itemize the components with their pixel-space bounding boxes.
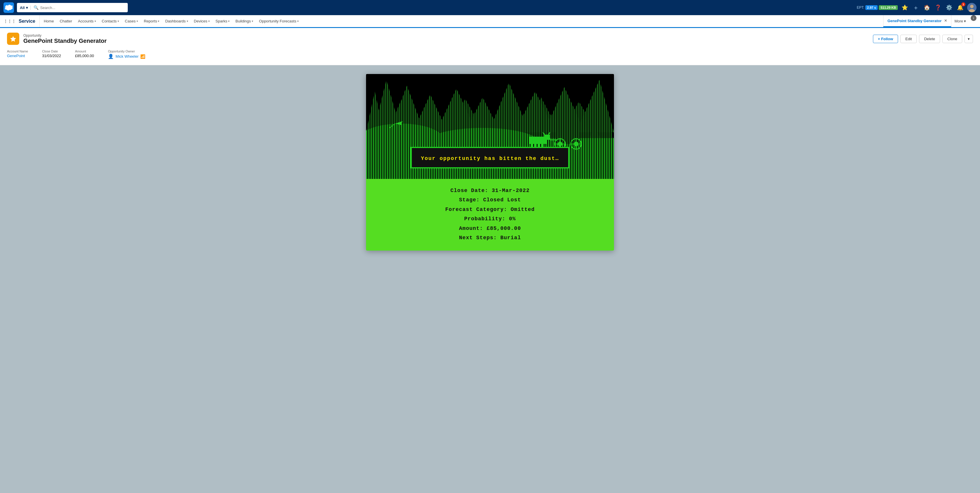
- nav-sparks[interactable]: Sparks ▾: [213, 15, 232, 27]
- owner-avatar-icon: 👤: [108, 54, 114, 59]
- search-magnifier-icon: 🔍: [33, 5, 38, 10]
- account-name-field: Account Name GenePoint: [7, 49, 28, 59]
- follow-button[interactable]: + Follow: [873, 35, 898, 43]
- nav-cases[interactable]: Cases ▾: [122, 15, 141, 27]
- account-name-label: Account Name: [7, 49, 28, 53]
- nav-chatter[interactable]: Chatter: [57, 15, 75, 27]
- close-date-label: Close Date: [42, 49, 61, 53]
- svg-point-33: [555, 127, 579, 138]
- owner-field: Opportunity Owner 👤 Mick Wheeler 📶: [108, 49, 145, 59]
- opp-header-actions: + Follow Edit Delete Clone ▾: [873, 35, 973, 43]
- delete-button[interactable]: Delete: [919, 35, 940, 43]
- buildings-chevron-icon: ▾: [252, 19, 253, 23]
- cases-chevron-icon: ▾: [137, 19, 138, 23]
- add-icon[interactable]: ＋: [912, 3, 920, 12]
- grid-icon[interactable]: ⋮⋮⋮: [3, 19, 16, 24]
- opp-type-label: Opportunity: [23, 33, 107, 38]
- nav-buildings-label: Buildings: [235, 19, 251, 23]
- game-container: Your opportunity has bitten the dust… Cl…: [366, 74, 614, 250]
- amount-label: Amount: [75, 49, 94, 53]
- avatar[interactable]: [967, 3, 977, 12]
- nav-contacts[interactable]: Contacts ▾: [99, 15, 122, 27]
- search-bar[interactable]: All ▾ 🔍: [17, 3, 128, 12]
- tab-genepoint[interactable]: GenePoint Standby Generator ✕: [883, 15, 951, 27]
- more-label: More: [955, 19, 963, 23]
- close-date-info: Close Date: 31-Mar-2022: [372, 186, 608, 195]
- opportunity-icon: [7, 33, 19, 45]
- nav-opportunity-forecasts-label: Opportunity Forecasts: [259, 19, 296, 23]
- notification-badge: 1: [961, 2, 966, 6]
- game-info-section: Close Date: 31-Mar-2022 Stage: Closed Lo…: [366, 179, 614, 250]
- svg-text:Your opportunity has bitten th: Your opportunity has bitten the dust…: [421, 155, 559, 162]
- nav-chatter-label: Chatter: [60, 19, 72, 23]
- opp-type-row: Opportunity GenePoint Standby Generator …: [7, 33, 973, 45]
- nav-opportunity-forecasts[interactable]: Opportunity Forecasts ▾: [256, 15, 302, 27]
- accounts-chevron-icon: ▾: [94, 19, 96, 23]
- contacts-chevron-icon: ▾: [118, 19, 119, 23]
- opp-type-info: Opportunity GenePoint Standby Generator: [23, 33, 107, 44]
- search-input[interactable]: [40, 6, 125, 10]
- sparks-chevron-icon: ▾: [228, 19, 229, 23]
- owner-label: Opportunity Owner: [108, 49, 145, 53]
- star-icon[interactable]: ⭐: [900, 3, 909, 12]
- ept-kb: 511.29 KB: [879, 5, 898, 10]
- more-chevron-icon: ▾: [964, 19, 966, 23]
- nav-bar: ⋮⋮⋮ Service Home Chatter Accounts ▾ Cont…: [0, 15, 980, 28]
- amount-field: Amount £85,000.00: [75, 49, 94, 59]
- close-date-value: 31/03/2022: [42, 54, 61, 58]
- dashboards-chevron-icon: ▾: [187, 19, 188, 23]
- close-date-field: Close Date 31/03/2022: [42, 49, 61, 59]
- edit-button[interactable]: Edit: [900, 35, 917, 43]
- game-svg: Your opportunity has bitten the dust…: [366, 74, 614, 179]
- nav-devices[interactable]: Devices ▾: [191, 15, 213, 27]
- help-icon[interactable]: ❓: [934, 3, 942, 12]
- info-icon[interactable]: i: [970, 15, 977, 21]
- svg-rect-43: [544, 135, 550, 140]
- owner-value[interactable]: Mick Wheeler: [116, 54, 138, 59]
- clone-button[interactable]: Clone: [942, 35, 962, 43]
- amount-info: Amount: £85,000.00: [372, 224, 608, 233]
- nav-dashboards[interactable]: Dashboards ▾: [162, 15, 191, 27]
- ept-label: EPT:: [857, 6, 864, 10]
- svg-marker-3: [10, 36, 16, 42]
- next-steps-info: Next Steps: Burial: [372, 233, 608, 243]
- tab-bar: GenePoint Standby Generator ✕ More ▾ i: [883, 15, 977, 27]
- ept-badge: EPT: 2.97 s 511.29 KB: [857, 5, 898, 10]
- forecast-info: Forecast Category: Omitted: [372, 205, 608, 214]
- nav-contacts-label: Contacts: [102, 19, 117, 23]
- salesforce-logo[interactable]: [3, 2, 14, 13]
- nav-accounts-label: Accounts: [78, 19, 93, 23]
- search-dropdown-label: All: [20, 6, 25, 10]
- nav-reports-label: Reports: [144, 19, 157, 23]
- tab-close-icon[interactable]: ✕: [944, 19, 947, 23]
- svg-point-1: [970, 5, 974, 8]
- nav-devices-label: Devices: [194, 19, 207, 23]
- nav-dashboards-label: Dashboards: [165, 19, 186, 23]
- ept-time: 2.97 s: [865, 5, 878, 10]
- settings-icon[interactable]: ⚙️: [945, 3, 953, 12]
- opp-forecasts-chevron-icon: ▾: [297, 19, 299, 23]
- nav-cases-label: Cases: [125, 19, 135, 23]
- home-utility-icon[interactable]: 🏠: [923, 3, 931, 12]
- main-content: Your opportunity has bitten the dust… Cl…: [0, 65, 980, 493]
- tab-active-label: GenePoint Standby Generator: [888, 19, 942, 23]
- fields-row: Account Name GenePoint Close Date 31/03/…: [7, 49, 973, 59]
- app-name: ⋮⋮⋮ Service: [3, 15, 40, 27]
- dropdown-chevron-icon: ▾: [26, 6, 28, 10]
- notification-wrap: 🔔 1: [956, 3, 964, 12]
- game-canvas: Your opportunity has bitten the dust…: [366, 74, 614, 179]
- nav-home[interactable]: Home: [41, 15, 57, 27]
- probability-info: Probability: 0%: [372, 214, 608, 224]
- actions-dropdown-button[interactable]: ▾: [964, 35, 973, 43]
- devices-chevron-icon: ▾: [208, 19, 210, 23]
- nav-buildings[interactable]: Buildings ▾: [232, 15, 256, 27]
- nav-home-label: Home: [44, 19, 54, 23]
- account-name-value[interactable]: GenePoint: [7, 54, 28, 58]
- reports-chevron-icon: ▾: [158, 19, 159, 23]
- opp-title: GenePoint Standby Generator: [23, 38, 107, 44]
- top-bar: All ▾ 🔍 EPT: 2.97 s 511.29 KB ⭐ ＋ 🏠 ❓ ⚙️…: [0, 0, 980, 15]
- nav-reports[interactable]: Reports ▾: [141, 15, 162, 27]
- nav-accounts[interactable]: Accounts ▾: [75, 15, 99, 27]
- search-dropdown[interactable]: All ▾: [20, 6, 30, 10]
- more-button[interactable]: More ▾: [951, 15, 969, 27]
